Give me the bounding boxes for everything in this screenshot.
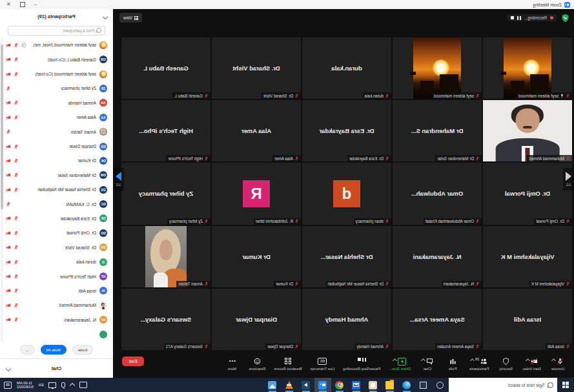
video-tile[interactable]: ddean pharmacy	[302, 163, 391, 224]
start-button[interactable]	[557, 378, 574, 392]
participant-search-input[interactable]: Find a participant	[8, 26, 105, 36]
participant-row[interactable]: DODr. Omji Porwal	[0, 226, 113, 240]
video-tile[interactable]: duran.kaladuran.kala	[302, 37, 391, 99]
chevron-up-icon[interactable]	[393, 358, 397, 362]
close-button[interactable]: ✕	[6, 2, 11, 7]
toolbar-item-chat[interactable]: Chat	[419, 358, 436, 371]
action-center-icon[interactable]	[4, 382, 12, 389]
participant-row[interactable]: Amani Tahsin	[0, 125, 113, 139]
task-view-button[interactable]	[415, 378, 432, 392]
minimize-button[interactable]: –	[34, 2, 37, 7]
participant-row[interactable]: ZBZy biher pharmacy	[0, 81, 113, 96]
participant-row[interactable]: DMDr Mahendran Selar	[0, 168, 113, 182]
toolbar-item-pause-stop-recording[interactable]: Pause/Stop Recording	[343, 358, 380, 371]
next-page-button[interactable]: 1/2	[113, 168, 124, 191]
microphone-tray-icon[interactable]	[61, 382, 65, 387]
previous-page-button[interactable]: 1/2	[563, 168, 574, 191]
tray-app-icon[interactable]	[79, 382, 87, 388]
video-tile[interactable]: High Tech's iPho...High Tech's iPhone	[121, 100, 210, 161]
participants-header[interactable]: Participants (29)	[0, 9, 113, 25]
video-tile[interactable]: Dr. Sharad VishtDr. Sharad Visht	[212, 37, 301, 99]
video-tile[interactable]: Dianpar DjwarDianpar Djwar	[212, 289, 301, 350]
chevron-up-icon[interactable]	[551, 358, 556, 362]
chat-section-header[interactable]: Chat	[0, 358, 113, 378]
video-tile[interactable]: Alaa AmerAlaa Amer	[212, 100, 301, 161]
participant-row-partial[interactable]	[0, 327, 113, 341]
video-tile[interactable]: Dr Mahendran S...Dr Mahendran Selar	[393, 100, 482, 161]
restore-button[interactable]	[20, 2, 25, 7]
cortana-button[interactable]	[432, 378, 449, 392]
taskbar-clock[interactable]: 11:00 AM 5/18/2022	[17, 381, 34, 389]
scrollbar[interactable]	[1, 38, 3, 342]
participant-row[interactable]: AHAhmad Hamdy	[0, 96, 113, 110]
photos-taskbar-button[interactable]	[264, 378, 281, 392]
participant-row[interactable]: NJN. Jayaramakani	[0, 313, 113, 327]
video-tile[interactable]: Omar Abdulwah...Omar Abdulwahhab Khalaf	[393, 163, 482, 224]
video-tile[interactable]: RR. Jothilakshmi biher	[212, 163, 301, 224]
toolbar-item-unmute[interactable]: Unmute	[549, 358, 566, 371]
video-tile[interactable]: Israa AdilIsraa Adil	[483, 289, 572, 350]
chrome-taskbar-button[interactable]	[331, 378, 348, 392]
video-tile[interactable]: Muhammad Ahmed	[483, 100, 572, 161]
toolbar-item-breakout-rooms[interactable]: Breakout Rooms	[274, 358, 302, 371]
participant-row[interactable]: DCDr. C. KANNAN	[0, 197, 113, 211]
video-tile[interactable]: Amani Tahsin	[121, 226, 210, 287]
video-tile[interactable]: Dr. Esra BayrakdarDr. Esra Bayrakdar	[302, 100, 391, 161]
participant-row[interactable]: DDDianpar Djwar	[0, 139, 113, 153]
participant-row[interactable]: Dduran.kala	[0, 254, 113, 269]
chevron-up-icon[interactable]	[421, 358, 425, 362]
edge-taskbar-button[interactable]	[398, 378, 415, 392]
video-tile[interactable]: Dr. Omji PorwalDr. Omji Porwal	[483, 163, 572, 224]
pause-recording-button[interactable]	[517, 16, 521, 20]
video-tile[interactable]: N. JayaramakaniN. Jayaramakani	[393, 226, 482, 287]
end-meeting-button[interactable]: End	[122, 356, 144, 366]
file-explorer-taskbar-button[interactable]	[382, 378, 398, 392]
toolbar-item-share-screen[interactable]: Share Scre...	[389, 358, 411, 371]
video-tile[interactable]: Ahmad HamdyAhmad Hamdy	[302, 289, 391, 350]
vlc-taskbar-button[interactable]	[281, 378, 298, 392]
video-tile[interactable]: Saya Ameer Arsa...Saya Ameer Arsalan	[393, 289, 482, 350]
participant-row[interactable]: DSDr Shehla Nasar Mir Najibullah	[0, 183, 113, 197]
participant-row[interactable]: Muhammad Ahmed	[0, 298, 113, 313]
display-tray-icon[interactable]	[48, 382, 56, 388]
taskbar-search-input[interactable]: Type here to search	[449, 378, 557, 392]
mute-all-button[interactable]: Mute All	[41, 345, 67, 355]
participant-row[interactable]: IAIsraa Adil	[0, 284, 113, 298]
participant-row[interactable]: seyf aldeen mahmood (Host, me)	[0, 38, 113, 52]
toolbar-item-participants[interactable]: 29Participants	[469, 358, 489, 371]
toolbar-item-security[interactable]: Security	[497, 358, 514, 371]
participant-row[interactable]: HTHigh Tech's iPhone	[0, 269, 113, 284]
invite-button[interactable]: Invite	[72, 345, 94, 355]
participant-row[interactable]: AAAlaa Amer	[0, 110, 113, 125]
video-tile[interactable]: Vijayalakshmi M KVijayalakshmi M K	[483, 226, 572, 287]
view-button[interactable]: View	[119, 13, 142, 23]
chevron-up-icon[interactable]	[470, 358, 475, 362]
video-tile[interactable]: Dr Shehla Nasar...Dr Shehla Nasar Mir Na…	[302, 226, 391, 287]
chevron-down-icon[interactable]	[6, 366, 11, 371]
sticky-notes-taskbar-button[interactable]	[365, 378, 382, 392]
toolbar-item-polls[interactable]: Polls	[444, 358, 461, 371]
video-tile[interactable]: Zy biher pharmacyZy biher pharmacy	[121, 163, 210, 224]
participant-row[interactable]: DSDr. Sharad Visht	[0, 240, 113, 254]
mail-taskbar-button[interactable]	[348, 378, 365, 392]
video-tile[interactable]: Swsan's Galaxy...Swsan's Galaxy A71	[121, 289, 210, 350]
participant-row[interactable]: seyf aldeen mahmood (Co-host)	[0, 67, 113, 81]
movies-tv-taskbar-button[interactable]	[298, 378, 314, 392]
chevron-down-icon[interactable]	[103, 14, 108, 19]
video-tile[interactable]: seyf aldeen mahmood	[393, 37, 482, 99]
participant-row[interactable]: DKDr Kumar	[0, 154, 113, 168]
language-indicator[interactable]: EN	[39, 383, 44, 387]
video-tile[interactable]: seyf aldeen mahmood	[483, 37, 572, 99]
participant-row[interactable]: DEDr. Esra Bayrakdar	[0, 211, 113, 225]
more-options-button[interactable]: ...	[20, 345, 35, 355]
participant-row[interactable]: GBGanesh Babu L (Co-host)	[0, 52, 113, 67]
toolbar-item-live-transcript[interactable]: CCLive Transcript	[311, 358, 335, 371]
toolbar-item-start-video[interactable]: Start Video	[522, 358, 541, 371]
video-tile[interactable]: Dr KumarDr Kumar	[212, 226, 301, 287]
hidden-icons-chevron[interactable]	[70, 383, 75, 388]
chevron-up-icon[interactable]	[526, 358, 530, 362]
toolbar-item-reactions[interactable]: Reactions	[249, 358, 265, 371]
stop-recording-button[interactable]	[511, 16, 515, 20]
scrollbar-thumb[interactable]	[1, 45, 3, 209]
zoom-taskbar-button[interactable]	[314, 378, 331, 392]
